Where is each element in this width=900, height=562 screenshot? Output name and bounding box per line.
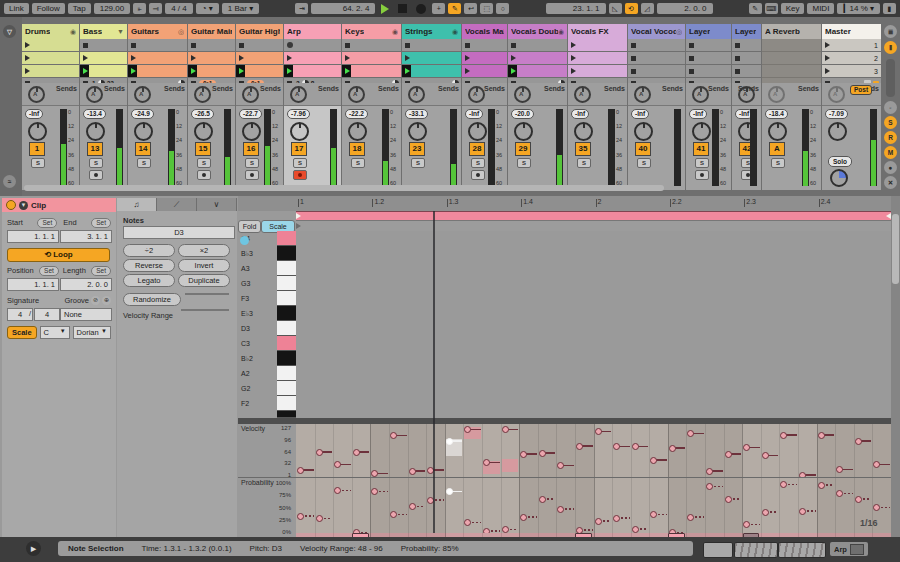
stop-clip-icon[interactable] [83, 43, 88, 48]
stop-clip-icon[interactable] [631, 56, 636, 61]
set-position-button[interactable]: Set [39, 266, 59, 276]
clip[interactable] [22, 39, 79, 51]
velocity-marker[interactable] [595, 428, 602, 435]
stop-clip-icon[interactable] [735, 69, 740, 74]
send-a-knob[interactable]: A [28, 86, 45, 103]
clip-play-icon[interactable] [25, 55, 30, 61]
probability-marker[interactable] [855, 496, 862, 503]
arm-button[interactable] [197, 170, 211, 180]
send-a-knob[interactable]: A [134, 86, 151, 103]
volume-value[interactable]: -22.7 [239, 109, 262, 119]
stop-clip-icon[interactable] [735, 56, 740, 61]
probability-marker[interactable] [725, 496, 732, 503]
draw-pencil-icon[interactable]: ✎ [749, 3, 762, 14]
clip-slot[interactable] [762, 39, 821, 52]
clip-menu-icon[interactable]: ▼ [19, 201, 28, 210]
volume-value[interactable]: -20.0 [511, 109, 534, 119]
duplicate-button[interactable]: Duplicate [178, 274, 230, 287]
show-hide-detail-icon[interactable] [876, 545, 888, 562]
pan-knob[interactable] [194, 122, 213, 141]
track-header-icon[interactable]: ◉ [452, 28, 458, 36]
piano-key[interactable] [277, 396, 296, 411]
commit-groove-icon[interactable]: ⊘ [91, 296, 100, 305]
track-header[interactable]: Drums◉ [22, 24, 79, 39]
velocity-marker[interactable] [297, 467, 304, 474]
clip-play-icon[interactable] [571, 55, 576, 61]
key-map-button[interactable]: Key [781, 3, 805, 14]
playing-clip-icon[interactable] [236, 65, 245, 77]
clip-play-icon[interactable] [465, 68, 470, 74]
pan-knob[interactable] [692, 122, 711, 141]
probability-marker[interactable] [762, 509, 769, 516]
track-number-button[interactable]: 14 [135, 142, 151, 156]
probability-marker[interactable] [353, 529, 360, 533]
reverse-button[interactable]: Reverse [123, 259, 175, 272]
punch-in-icon[interactable]: ◺ [609, 3, 622, 14]
clip-slot[interactable] [342, 39, 401, 52]
capture-midi-icon[interactable]: ↩ [464, 3, 477, 14]
send-a-knob[interactable]: A [514, 86, 531, 103]
collapse-tracks-icon[interactable]: ▽ [3, 25, 16, 38]
pan-knob[interactable] [468, 122, 487, 141]
track-header[interactable]: Master [822, 24, 881, 39]
arm-button[interactable] [471, 170, 485, 180]
clip-play-icon[interactable] [239, 55, 244, 61]
velocity-marker[interactable] [762, 452, 769, 459]
clip[interactable] [568, 39, 627, 51]
send-a-knob[interactable]: A [242, 86, 259, 103]
probability-lane[interactable] [296, 477, 891, 533]
track-header[interactable]: Vocals Main [462, 24, 507, 39]
clip[interactable] [22, 65, 79, 77]
volume-value[interactable]: -Inf [465, 109, 483, 119]
probability-marker[interactable] [297, 513, 304, 520]
stop-clip-icon[interactable] [131, 43, 136, 48]
piano-key[interactable] [277, 381, 296, 396]
track-header-icon[interactable]: ◉ [392, 28, 398, 36]
solo-button[interactable]: S [137, 158, 151, 168]
clip-slot[interactable] [188, 65, 235, 78]
clip-slot[interactable] [686, 39, 731, 52]
track-header[interactable]: Guitars◎ [128, 24, 187, 39]
clip-overview-icon[interactable]: ≣ [884, 25, 897, 38]
clip-slot[interactable] [628, 52, 685, 65]
clip[interactable] [128, 65, 187, 77]
stop-clip-icon[interactable] [689, 56, 694, 61]
randomize-range-slider[interactable]: 108 [185, 293, 229, 295]
master-solo-button[interactable]: Solo [828, 156, 852, 167]
clip-slot[interactable] [402, 52, 461, 65]
loop-start-marker-icon[interactable] [296, 213, 301, 219]
volume-value[interactable]: -Inf [689, 109, 707, 119]
velocity-marker[interactable] [353, 449, 360, 456]
loop-switch-icon[interactable]: ○ [496, 3, 509, 14]
piano-key[interactable] [277, 336, 296, 351]
preview-headphone-icon[interactable] [240, 236, 249, 245]
solo-button[interactable]: S [197, 158, 211, 168]
track-header[interactable]: A Reverb [762, 24, 821, 39]
computer-midi-keyboard-icon[interactable]: ⌨ [765, 3, 778, 14]
volume-value[interactable]: -7.09 [825, 109, 848, 119]
solo-button[interactable]: S [471, 158, 485, 168]
double-time-button[interactable]: ×2 [178, 244, 230, 257]
send-a-knob[interactable]: A [828, 86, 845, 103]
loop-bar[interactable] [296, 211, 891, 220]
track-header[interactable]: Arp [284, 24, 341, 39]
volume-value[interactable]: -Inf [25, 109, 43, 119]
track-number-button[interactable]: 16 [243, 142, 259, 156]
probability-marker[interactable] [539, 496, 546, 503]
send-a-knob[interactable]: A [348, 86, 365, 103]
marker-lane[interactable] [296, 220, 891, 231]
track-header[interactable]: Guitar Main [188, 24, 235, 39]
clip-slot[interactable] [80, 52, 127, 65]
clip-slot[interactable] [80, 39, 127, 52]
clip[interactable] [236, 65, 283, 77]
clip[interactable] [508, 52, 567, 64]
halve-time-button[interactable]: ÷2 [123, 244, 175, 257]
draw-mode-icon[interactable]: ⬚ [480, 3, 493, 14]
clip-play-icon[interactable] [287, 55, 292, 61]
solo-button[interactable]: S [577, 158, 591, 168]
clip-slot[interactable] [284, 65, 341, 78]
nudge-down-icon[interactable]: ⫦ [133, 3, 146, 14]
loop-length-field[interactable]: 2. 0. 0 [657, 3, 713, 14]
pan-knob[interactable] [86, 122, 105, 141]
volume-value[interactable]: -Inf [631, 109, 649, 119]
